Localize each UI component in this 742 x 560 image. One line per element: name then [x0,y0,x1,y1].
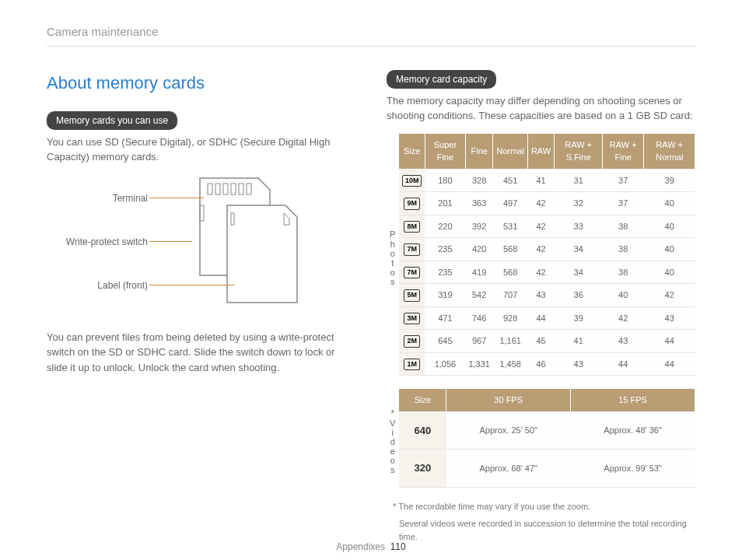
table-header: Size [399,133,425,169]
table-row: 7M23541956842343840 [399,261,695,284]
data-cell: 34 [555,261,603,284]
data-cell: 44 [527,306,554,330]
table-header: RAW + S.Fine [555,133,603,169]
data-cell: 419 [465,261,493,284]
data-cell: 42 [527,238,554,261]
diagram-label-write: Write-protect switch [54,235,148,249]
data-cell: 38 [603,261,644,284]
data-cell: 40 [644,192,695,215]
videos-vertical-label: *Videos [390,408,395,474]
paragraph-cards-use: You can use SD (Secure Digital), or SDHC… [47,135,355,165]
data-cell: 451 [493,169,527,192]
data-cell: 363 [465,192,493,215]
data-cell: 420 [465,238,493,261]
data-cell: 41 [555,330,603,353]
data-cell: 39 [644,169,695,192]
data-cell: 235 [425,261,465,284]
data-cell: 43 [603,330,644,353]
data-cell: 38 [603,238,644,261]
footer-page-number: 110 [390,541,406,552]
size-cell: 3M [399,306,425,330]
data-cell: 43 [555,352,603,376]
table-row: 2M6459671,16145414344 [399,330,695,353]
table-header: Fine [465,133,493,169]
data-cell: 40 [644,215,695,238]
svg-rect-3 [231,184,236,194]
table-header: Normal [493,133,527,169]
data-cell: 328 [465,169,493,192]
size-icon: 9M [404,198,420,210]
data-cell: 42 [527,215,554,238]
table-row: 5M31954270743364042 [399,284,695,307]
data-cell: 967 [465,330,493,353]
left-column: About memory cards Memory cards you can … [47,70,355,544]
size-cell: 2M [399,330,425,353]
size-icon: 1M [404,359,420,371]
data-cell: 319 [425,284,465,307]
data-cell: 41 [527,169,554,192]
data-cell: 568 [493,238,527,261]
size-cell: 640 [399,411,446,450]
svg-rect-5 [247,184,251,194]
data-cell: 42 [603,306,644,330]
data-cell: 44 [603,352,644,376]
data-cell: 36 [555,284,603,307]
page-footer: Appendixes 110 [0,540,742,554]
data-cell: 1,161 [493,330,527,353]
pill-memory-cards-use: Memory cards you can use [47,111,177,130]
page-title: About memory cards [47,70,355,96]
data-cell: 746 [465,306,493,330]
size-icon: 3M [404,313,420,325]
data-cell: 531 [493,215,527,238]
data-cell: Approx. 48' 36" [571,411,695,450]
table-row: 320Approx. 68' 47"Approx. 99' 53" [399,450,695,488]
size-cell: 320 [399,450,446,488]
data-cell: 1,458 [493,352,527,376]
data-cell: 42 [527,192,554,215]
footer-section: Appendixes [336,541,385,552]
photos-vertical-label: Photos [390,229,395,286]
data-cell: 43 [527,284,554,307]
size-icon: 2M [404,335,420,348]
data-cell: 1,331 [465,352,493,376]
data-cell: 37 [603,169,644,192]
table-header: RAW [527,133,554,169]
data-cell: 392 [465,215,493,238]
table-row: 10M18032845141313739 [399,169,695,192]
data-cell: 45 [527,330,554,353]
data-cell: 34 [555,238,603,261]
data-cell: 40 [603,284,644,307]
table-header: 30 FPS [446,389,571,412]
pill-memory-capacity: Memory card capacity [387,70,496,89]
table-row: 8M22039253142333840 [399,215,695,238]
data-cell: Approx. 68' 47" [446,450,571,488]
size-icon: 5M [404,289,420,302]
data-cell: 38 [603,215,644,238]
data-cell: 46 [527,352,554,376]
table-row: 9M20136349742323740 [399,192,695,215]
photos-capacity-table: SizeSuper FineFineNormalRAWRAW + S.FineR… [398,133,695,376]
data-cell: 180 [425,169,465,192]
table-header: RAW + Normal [644,133,695,169]
svg-rect-0 [208,184,212,194]
data-cell: 43 [644,306,695,330]
svg-rect-4 [239,184,243,194]
data-cell: 201 [425,192,465,215]
data-cell: 568 [493,261,527,284]
table-header: Super Fine [425,133,465,169]
data-cell: Approx. 25' 50" [446,411,571,450]
data-cell: 40 [644,261,695,284]
breadcrumb: Camera maintenance [47,23,695,47]
data-cell: Approx. 99' 53" [571,450,695,488]
size-icon: 8M [404,221,420,233]
sd-card-icon [184,174,309,306]
data-cell: 707 [493,284,527,307]
right-column: Memory card capacity The memory capacity… [387,70,695,544]
data-cell: 31 [555,169,603,192]
data-cell: 44 [644,330,695,353]
table-row: 640Approx. 25' 50"Approx. 48' 36" [399,411,695,450]
data-cell: 32 [555,192,603,215]
data-cell: 235 [425,238,465,261]
table-header: RAW + Fine [603,133,644,169]
data-cell: 542 [465,284,493,307]
